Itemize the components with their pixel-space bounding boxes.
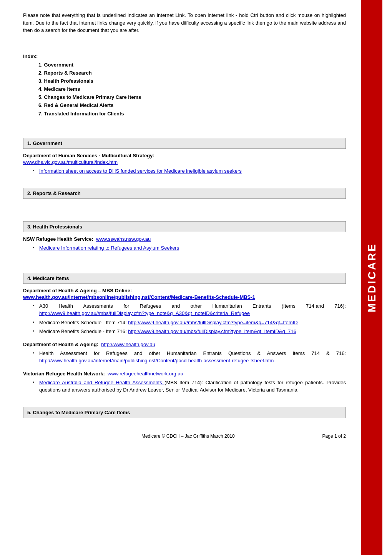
nsw-bullet-list: Medicare Information relating to Refugee… xyxy=(35,244,346,252)
dept-link[interactable]: www.health.gov.au/internet/mbsonline/pub… xyxy=(23,294,255,300)
index-title: Index: xyxy=(23,53,346,59)
dept2-bullet-pre: Health Assessment for Refugees and other… xyxy=(39,350,346,356)
dept-bullet-1: A30 Health Assessments for Refugees and … xyxy=(35,302,346,317)
section-3: 3. Health Professionals NSW Refugee Heal… xyxy=(23,221,346,258)
sidebar: MEDICARE xyxy=(361,0,382,555)
index-section: Index: 1. Government 2. Reports & Resear… xyxy=(23,53,346,117)
nsw-bullet-link[interactable]: Medicare Information relating to Refugee… xyxy=(39,245,179,251)
vic-bullet-link[interactable]: Medicare Australia and Refugee Health As… xyxy=(39,380,164,385)
dept2-link[interactable]: http://www.health.gov.au xyxy=(101,342,155,347)
index-item-3: 3. Health Professionals xyxy=(38,78,346,85)
section-1: 1. Government Department of Human Servic… xyxy=(23,138,346,181)
index-item-7: 7. Translated Information for Clients xyxy=(38,110,346,117)
dept-bullet-2: Medicare Benefits Schedule - Item 714: h… xyxy=(35,319,346,327)
sidebar-label: MEDICARE xyxy=(366,243,378,312)
intro-paragraph: Please note that everything that is unde… xyxy=(23,12,346,34)
dept2-bullet-1: Health Assessment for Refugees and other… xyxy=(35,350,346,365)
dept-label: Department of Health & Ageing – MBS Onli… xyxy=(23,288,346,293)
index-item-1: 1. Government xyxy=(38,62,346,68)
bullet3-pre: Medicare Benefits Schedule - Item 716: xyxy=(39,328,128,334)
section-5-header: 5. Changes to Medicare Primary Care Item… xyxy=(23,407,346,418)
dhs-link[interactable]: www.dhs.vic.gov.au/multicultural/index.h… xyxy=(23,159,118,165)
index-item-4: 4. Medicare Items xyxy=(38,86,346,93)
index-item-2: 2. Reports & Research xyxy=(38,70,346,77)
bullet3-link[interactable]: http://www9.health.gov.au/mbs/fullDispla… xyxy=(128,328,296,334)
dept2-bullet-link[interactable]: http://www.health.gov.au/internet/main/p… xyxy=(39,358,274,363)
section-2-header: 2. Reports & Research xyxy=(23,188,346,199)
vic-label: Victorian Refugee Health Network: xyxy=(23,371,105,377)
footer-copyright: Medicare © CDCH – Jac Griffiths March 20… xyxy=(54,433,322,439)
dept2-label: Department of Health & Ageing: xyxy=(23,342,98,347)
vic-bullet-1: Medicare Australia and Refugee Health As… xyxy=(35,379,346,394)
nsw-label: NSW Refugee Health Service: xyxy=(23,236,93,242)
section-2: 2. Reports & Research xyxy=(23,188,346,214)
vic-bullet-list: Medicare Australia and Refugee Health As… xyxy=(35,379,346,394)
footer-page: Page 1 of 2 xyxy=(322,433,346,439)
nsw-bullet-item: Medicare Information relating to Refugee… xyxy=(35,244,346,252)
dhs-bullet-item: Information sheet on access to DHS funde… xyxy=(35,167,346,175)
section-5: 5. Changes to Medicare Primary Care Item… xyxy=(23,407,346,418)
vic-link[interactable]: www.refugeehealthnetwork.org.au xyxy=(108,371,183,377)
section-4: 4. Medicare Items Department of Health &… xyxy=(23,273,346,400)
dhs-bullet-link[interactable]: Information sheet on access to DHS funde… xyxy=(39,168,242,174)
section-4-header: 4. Medicare Items xyxy=(23,273,346,284)
index-item-6: 6. Red & General Medical Alerts xyxy=(38,102,346,109)
index-list: 1. Government 2. Reports & Research 3. H… xyxy=(38,62,346,117)
bullet2-pre: Medicare Benefits Schedule - Item 714: xyxy=(39,320,128,325)
footer: Medicare © CDCH – Jac Griffiths March 20… xyxy=(23,430,346,439)
section-1-header: 1. Government xyxy=(23,138,346,149)
dept2-bullet-list: Health Assessment for Refugees and other… xyxy=(35,350,346,365)
nsw-link[interactable]: www.sswahs.nsw.gov.au xyxy=(96,236,151,242)
bullet1-link[interactable]: http://www9.health.gov.au//mbs/fullDispl… xyxy=(39,310,250,316)
section-3-header: 3. Health Professionals xyxy=(23,221,346,232)
index-item-5: 5. Changes to Medicare Primary Care Item… xyxy=(38,94,346,101)
dhs-label: Department of Human Services - Multicult… xyxy=(23,153,346,158)
bullet1-pre: A30 Health Assessments for Refugees and … xyxy=(39,303,346,309)
dhs-bullet-list: Information sheet on access to DHS funde… xyxy=(35,167,346,175)
dept-bullet-list: A30 Health Assessments for Refugees and … xyxy=(35,302,346,335)
bullet2-link[interactable]: http://www9.health.gov.au//mbs/fullDispl… xyxy=(128,320,297,325)
dept-bullet-3: Medicare Benefits Schedule - Item 716: h… xyxy=(35,328,346,335)
